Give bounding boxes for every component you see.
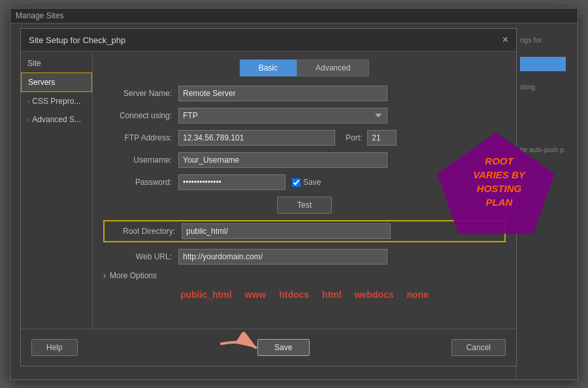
sidebar-item-site[interactable]: Site [21, 54, 92, 73]
arrow-icon-css: › [27, 98, 29, 105]
connect-using-row: Connect using: FTP SFTP Local/Network We… [103, 108, 506, 123]
sidebar-item-servers[interactable]: Servers [21, 73, 92, 92]
tab-advanced[interactable]: Advanced [297, 59, 369, 76]
option-html[interactable]: html [322, 289, 342, 300]
port-row: Port: [335, 130, 397, 146]
root-dir-input[interactable] [182, 223, 391, 239]
server-name-label: Server Name: [103, 89, 178, 98]
save-label: Save [303, 178, 321, 187]
option-webdocs[interactable]: webdocs [355, 289, 394, 300]
more-options-row[interactable]: › More Options [103, 271, 506, 280]
save-button[interactable]: Save [257, 339, 310, 356]
web-url-label: Web URL: [103, 252, 178, 261]
tab-basic[interactable]: Basic [240, 59, 297, 76]
sidebar-label-site: Site [27, 59, 41, 68]
more-options-arrow: › [103, 271, 106, 280]
port-label: Port: [346, 133, 362, 142]
sidebar-label-css: CSS Prepro... [32, 97, 80, 106]
username-label: Username: [103, 155, 178, 165]
username-input[interactable] [178, 152, 387, 168]
ftp-address-input[interactable] [178, 130, 335, 146]
close-button[interactable]: × [502, 34, 508, 46]
sidebar-item-advanced[interactable]: › Advanced S... [21, 110, 92, 129]
option-www[interactable]: www [245, 289, 267, 300]
sidebar: Site Servers › CSS Prepro... › Advanced … [21, 52, 93, 365]
password-input[interactable] [178, 174, 286, 190]
options-list: public_html www htdocs html webdocs none [103, 289, 506, 300]
tabs-container: Basic Advanced [103, 59, 506, 76]
server-name-input[interactable] [178, 86, 387, 101]
root-dir-label: Root Directory: [106, 227, 182, 236]
dialog-title: Site Setup for Check_php [29, 35, 125, 45]
title-bar-outer: Manage Sites [10, 8, 578, 24]
sidebar-label-advanced: Advanced S... [32, 115, 81, 124]
option-public-html[interactable]: public_html [180, 289, 232, 300]
help-button[interactable]: Help [31, 339, 78, 356]
web-url-input[interactable] [178, 249, 387, 265]
sidebar-label-servers: Servers [28, 78, 55, 87]
save-password-checkbox[interactable] [292, 178, 301, 187]
web-url-row: Web URL: [103, 249, 506, 265]
port-input[interactable] [367, 130, 397, 146]
connect-using-label: Connect using: [103, 111, 178, 120]
cancel-button[interactable]: Cancel [451, 339, 506, 356]
save-checkbox-label: Save [292, 178, 321, 187]
connect-using-select[interactable]: FTP SFTP Local/Network WebDAV [178, 108, 387, 123]
server-name-row: Server Name: [103, 86, 506, 101]
arrow-icon-advanced: › [27, 116, 29, 123]
footer-center: Save [220, 334, 310, 361]
right-panel-text1: ngs for [516, 28, 578, 53]
dialog-footer: Help Save Cancel [21, 329, 516, 366]
sidebar-item-css[interactable]: › CSS Prepro... [21, 92, 92, 110]
option-none[interactable]: none [407, 289, 429, 300]
annotation-text: RootVaries byhostingplan [447, 154, 551, 209]
outer-window: Manage Sites ngs for sting he auto-push … [10, 8, 578, 380]
password-input-group: Save [178, 174, 321, 190]
outer-title: Manage Sites [16, 11, 63, 20]
arrow-annotation [216, 329, 262, 366]
dialog-titlebar: Site Setup for Check_php × [21, 29, 516, 52]
more-options-label: More Options [110, 271, 157, 280]
password-label: Password: [103, 178, 178, 187]
test-button[interactable]: Test [277, 197, 332, 214]
option-htdocs[interactable]: htdocs [279, 289, 309, 300]
pentagon-annotation: RootVaries byhostingplan [434, 129, 558, 240]
ftp-address-label: FTP Address: [103, 133, 178, 142]
right-panel-text2: sting [516, 75, 578, 100]
right-panel-bar [520, 57, 566, 71]
